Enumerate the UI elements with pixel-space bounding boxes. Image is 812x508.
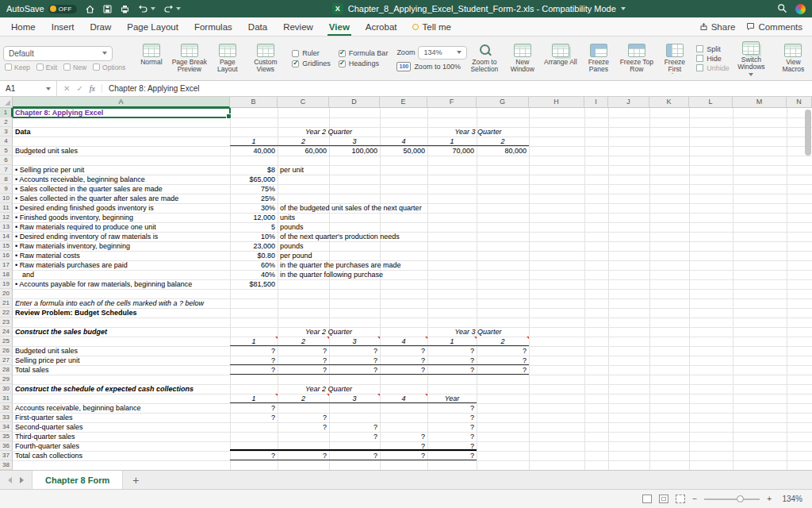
- cell-G5[interactable]: 80,000: [477, 146, 529, 156]
- cell-A3[interactable]: Data: [13, 127, 230, 137]
- row-header-29[interactable]: 29: [0, 375, 13, 384]
- cell-D25[interactable]: 3: [329, 337, 380, 346]
- tab-view[interactable]: View: [327, 17, 351, 36]
- cell-A30[interactable]: Construct the schedule of expected cash …: [13, 384, 230, 394]
- arrange-all-button[interactable]: Arrange All: [542, 44, 578, 74]
- cell-A17[interactable]: • Raw materials purchases are paid: [13, 260, 230, 270]
- cell-F31[interactable]: Year: [427, 394, 477, 403]
- row-header-14[interactable]: 14: [0, 232, 13, 241]
- cell-F4[interactable]: 1: [427, 137, 477, 146]
- col-header-G[interactable]: G: [477, 97, 529, 108]
- cell-C34[interactable]: ?: [278, 422, 329, 432]
- vertical-scrollbar[interactable]: [805, 110, 811, 156]
- cell-C14[interactable]: of the next quarter's production needs: [278, 232, 329, 241]
- cell-B26[interactable]: ?: [230, 346, 278, 356]
- col-header-E[interactable]: E: [380, 97, 427, 108]
- select-all-corner[interactable]: [0, 97, 13, 108]
- cell-B25[interactable]: 1: [230, 337, 278, 346]
- search-icon[interactable]: [777, 3, 787, 15]
- row-header-13[interactable]: 13: [0, 222, 13, 232]
- prev-sheet-icon[interactable]: [8, 477, 12, 483]
- tab-draw[interactable]: Draw: [88, 17, 113, 36]
- cell-A10[interactable]: • Sales collected in the quarter after s…: [13, 194, 230, 203]
- row-header-11[interactable]: 11: [0, 203, 13, 213]
- cell-B12[interactable]: 12,000: [230, 213, 278, 222]
- cell-B32[interactable]: ?: [230, 403, 278, 413]
- row-header-24[interactable]: 24: [0, 327, 13, 337]
- cell-F33[interactable]: ?: [427, 413, 477, 422]
- cell-A22[interactable]: Review Problem: Budget Schedules: [13, 308, 230, 318]
- cell-F37[interactable]: ?: [427, 451, 477, 460]
- print-icon[interactable]: [120, 4, 130, 14]
- col-header-J[interactable]: J: [608, 97, 649, 108]
- new-sheet-view-button[interactable]: New: [63, 64, 86, 71]
- autosave-toggle[interactable]: AutoSave OFF: [6, 4, 77, 13]
- zoom-to-100-button[interactable]: 100 Zoom to 100%: [396, 62, 467, 71]
- row-header-8[interactable]: 8: [0, 175, 13, 184]
- page-break-preview-button[interactable]: Page Break Preview: [171, 44, 207, 74]
- cell-G26[interactable]: ?: [477, 346, 529, 356]
- cell-F35[interactable]: ?: [427, 432, 477, 441]
- col-header-B[interactable]: B: [230, 97, 278, 108]
- cell-D31[interactable]: 3: [329, 394, 380, 403]
- row-header-18[interactable]: 18: [0, 270, 13, 279]
- switch-windows-button[interactable]: Switch Windows: [733, 41, 769, 76]
- col-header-M[interactable]: M: [733, 97, 787, 108]
- row-header-34[interactable]: 34: [0, 422, 13, 432]
- cell-B19[interactable]: $81,500: [230, 279, 278, 289]
- active-cell-selection[interactable]: [12, 107, 231, 118]
- cell-E36[interactable]: ?: [380, 441, 427, 451]
- cell-A12[interactable]: • Finished goods inventory, beginning: [13, 213, 230, 222]
- cell-D35[interactable]: ?: [329, 432, 380, 441]
- cell-C7[interactable]: per unit: [278, 165, 329, 175]
- cell-F24[interactable]: Year 3 Quarter: [427, 327, 529, 337]
- col-header-K[interactable]: K: [649, 97, 689, 108]
- cell-A33[interactable]: First-quarter sales: [13, 413, 230, 422]
- split-button[interactable]: Split: [696, 45, 730, 53]
- cell-B16[interactable]: $0.80: [230, 251, 278, 260]
- insert-function-icon[interactable]: fx: [90, 84, 95, 93]
- zoom-slider[interactable]: [704, 498, 760, 500]
- cell-D5[interactable]: 100,000: [329, 146, 380, 156]
- row-header-28[interactable]: 28: [0, 365, 13, 375]
- new-window-button[interactable]: New Window: [504, 44, 540, 74]
- cell-A28[interactable]: Total sales: [13, 365, 230, 375]
- cell-F32[interactable]: ?: [427, 403, 477, 413]
- comments-button[interactable]: Comments: [746, 22, 802, 32]
- row-header-15[interactable]: 15: [0, 241, 13, 251]
- row-header-36[interactable]: 36: [0, 441, 13, 451]
- col-header-L[interactable]: L: [689, 97, 733, 108]
- cell-E26[interactable]: ?: [380, 346, 427, 356]
- zoom-percentage[interactable]: 134%: [779, 495, 802, 503]
- cell-A9[interactable]: • Sales collected in the quarter sales a…: [13, 184, 230, 194]
- cell-B9[interactable]: 75%: [230, 184, 278, 194]
- row-header-25[interactable]: 25: [0, 337, 13, 346]
- cell-F27[interactable]: ?: [427, 356, 477, 365]
- cell-E27[interactable]: ?: [380, 356, 427, 365]
- cell-A34[interactable]: Second-quarter sales: [13, 422, 230, 432]
- cell-D28[interactable]: ?: [329, 365, 380, 375]
- cell-A18[interactable]: and: [13, 270, 230, 279]
- formula-bar-checkbox[interactable]: Formula Bar: [339, 49, 389, 57]
- name-box[interactable]: A1: [0, 81, 57, 96]
- cell-C3[interactable]: Year 2 Quarter: [278, 127, 380, 137]
- page-layout-view-toggle-icon[interactable]: [659, 495, 668, 503]
- col-header-F[interactable]: F: [427, 97, 477, 108]
- cell-B18[interactable]: 40%: [230, 270, 278, 279]
- cell-F3[interactable]: Year 3 Quarter: [427, 127, 529, 137]
- cell-B36[interactable]: [230, 441, 278, 451]
- tab-insert[interactable]: Insert: [50, 17, 76, 36]
- freeze-top-row-button[interactable]: Freeze Top Row: [619, 44, 654, 74]
- cell-A24[interactable]: Construct the sales budget: [13, 327, 230, 337]
- cell-C11[interactable]: of the budgeted unit sales of the next q…: [278, 203, 329, 213]
- keep-button[interactable]: Keep: [5, 64, 30, 71]
- hide-button[interactable]: Hide: [696, 55, 730, 63]
- cell-C28[interactable]: ?: [278, 365, 329, 375]
- tab-page-layout[interactable]: Page Layout: [125, 17, 180, 36]
- col-header-N[interactable]: N: [787, 97, 812, 108]
- row-header-10[interactable]: 10: [0, 194, 13, 203]
- exit-button[interactable]: Exit: [36, 64, 57, 71]
- cell-E31[interactable]: 4: [380, 394, 427, 403]
- row-header-16[interactable]: 16: [0, 251, 13, 260]
- row-header-6[interactable]: 6: [0, 156, 13, 165]
